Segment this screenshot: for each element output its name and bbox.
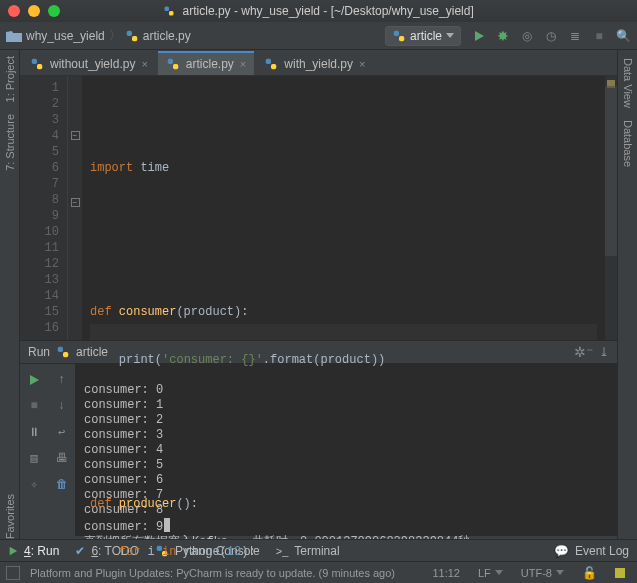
tab-without-yield[interactable]: without_yield.py × — [22, 52, 156, 75]
down-stacktrace-button[interactable]: ↓ — [54, 398, 70, 414]
svg-rect-2 — [126, 30, 131, 35]
tab-label: without_yield.py — [50, 57, 135, 71]
svg-rect-7 — [37, 64, 42, 69]
window-title: article.py - why_use_yield - [~/Desktop/… — [0, 4, 637, 18]
svg-rect-8 — [168, 59, 173, 64]
run-icon — [8, 546, 18, 556]
tab-label: with_yield.py — [284, 57, 353, 71]
run-config-selector[interactable]: article — [385, 26, 461, 46]
maximize-icon[interactable] — [48, 5, 60, 17]
structure-toolwindow-tab[interactable]: 7: Structure — [2, 108, 18, 177]
dataview-toolwindow-tab[interactable]: Data View — [620, 52, 636, 114]
svg-rect-1 — [169, 11, 174, 16]
run-tab[interactable]: 4: Run — [8, 544, 59, 558]
python-file-icon — [125, 29, 139, 43]
fold-toggle-icon[interactable]: − — [71, 198, 80, 207]
debug-button[interactable]: ✸ — [495, 28, 511, 44]
clear-button[interactable]: 🗑 — [54, 476, 70, 492]
profile-button[interactable]: ◷ — [543, 28, 559, 44]
svg-rect-6 — [32, 59, 37, 64]
encoding-selector[interactable]: UTF-8 — [517, 567, 568, 579]
pause-output-button[interactable]: ⏸ — [26, 424, 42, 440]
text-cursor — [164, 518, 170, 532]
run-button[interactable] — [471, 28, 487, 44]
svg-rect-13 — [63, 352, 68, 357]
svg-rect-4 — [394, 30, 399, 35]
python-file-icon — [264, 57, 278, 71]
concurrency-button[interactable]: ≣ — [567, 28, 583, 44]
coverage-button[interactable]: ◎ — [519, 28, 535, 44]
chevron-down-icon — [446, 33, 454, 38]
project-toolwindow-tab[interactable]: 1: Project — [2, 50, 18, 108]
editor-tabs: without_yield.py × article.py × with_yie… — [20, 50, 637, 76]
readonly-toggle-icon[interactable]: 🔓 — [578, 566, 601, 580]
hide-toolwindow-icon[interactable]: ⤓ — [599, 345, 609, 359]
search-everywhere-button[interactable]: 🔍 — [615, 28, 631, 44]
svg-rect-11 — [271, 64, 276, 69]
caret-position[interactable]: 11:12 — [428, 567, 464, 579]
svg-rect-5 — [399, 36, 404, 41]
tab-with-yield[interactable]: with_yield.py × — [256, 52, 373, 75]
close-icon[interactable] — [8, 5, 20, 17]
todo-icon: ✔ — [75, 544, 85, 558]
python-file-icon — [166, 57, 180, 71]
stop-run-button[interactable]: ■ — [26, 398, 42, 414]
current-line-highlight — [90, 324, 597, 340]
fold-toggle-icon[interactable]: − — [71, 131, 80, 140]
toolbar: ✸ ◎ ◷ ≣ ■ 🔍 — [465, 28, 631, 44]
breadcrumb-file[interactable]: article.py — [143, 29, 191, 43]
svg-rect-0 — [165, 7, 170, 12]
soft-wrap-button[interactable]: ↩ — [54, 424, 70, 440]
close-tab-icon[interactable]: × — [240, 58, 246, 70]
close-tab-icon[interactable]: × — [141, 58, 147, 70]
tab-label: article.py — [186, 57, 234, 71]
run-toolwindow-title: Run — [28, 345, 50, 359]
line-number-gutter: 1234 5678 9101112 13141516 — [20, 76, 68, 340]
breadcrumb[interactable]: why_use_yield 〉 article.py — [6, 27, 381, 44]
status-bar: Platform and Plugin Updates: PyCharm is … — [0, 561, 637, 583]
status-message[interactable]: Platform and Plugin Updates: PyCharm is … — [30, 567, 418, 579]
inspections-profile-icon[interactable] — [611, 568, 631, 578]
svg-rect-10 — [266, 59, 271, 64]
print-button[interactable]: 🖶 — [54, 450, 70, 466]
window-titlebar: article.py - why_use_yield - [~/Desktop/… — [0, 0, 637, 22]
python-icon — [392, 29, 406, 43]
chevron-right-icon: 〉 — [109, 27, 121, 44]
svg-rect-9 — [173, 64, 178, 69]
pin-button[interactable]: ✧ — [26, 476, 42, 492]
up-stacktrace-button[interactable]: ↑ — [54, 372, 70, 388]
code-editor[interactable]: 1234 5678 9101112 13141516 − − import ti… — [20, 76, 617, 340]
breadcrumb-project[interactable]: why_use_yield — [26, 29, 105, 43]
python-icon — [56, 345, 70, 359]
line-separator-selector[interactable]: LF — [474, 567, 507, 579]
python-file-icon — [30, 57, 44, 71]
chevron-down-icon — [495, 570, 503, 575]
code-area[interactable]: import time def consumer(product): print… — [82, 76, 605, 340]
scrollbar-thumb[interactable] — [605, 86, 617, 256]
stop-button[interactable]: ■ — [591, 28, 607, 44]
toolwindows-quick-access-icon[interactable] — [6, 566, 20, 580]
layout-button[interactable]: ▤ — [26, 450, 42, 466]
folder-icon — [6, 29, 22, 43]
run-config-name: article — [410, 29, 442, 43]
database-toolwindow-tab[interactable]: Database — [620, 114, 636, 173]
editor-scrollbar[interactable] — [605, 76, 617, 340]
minimize-icon[interactable] — [28, 5, 40, 17]
chevron-down-icon — [556, 570, 564, 575]
fold-gutter[interactable]: − − — [68, 76, 82, 340]
svg-rect-12 — [58, 347, 63, 352]
svg-rect-3 — [132, 36, 137, 41]
traffic-lights — [8, 5, 60, 17]
tab-article[interactable]: article.py × — [158, 51, 254, 75]
rerun-button[interactable] — [26, 372, 42, 388]
close-tab-icon[interactable]: × — [359, 58, 365, 70]
navigation-bar: why_use_yield 〉 article.py article ✸ ◎ ◷… — [0, 22, 637, 50]
